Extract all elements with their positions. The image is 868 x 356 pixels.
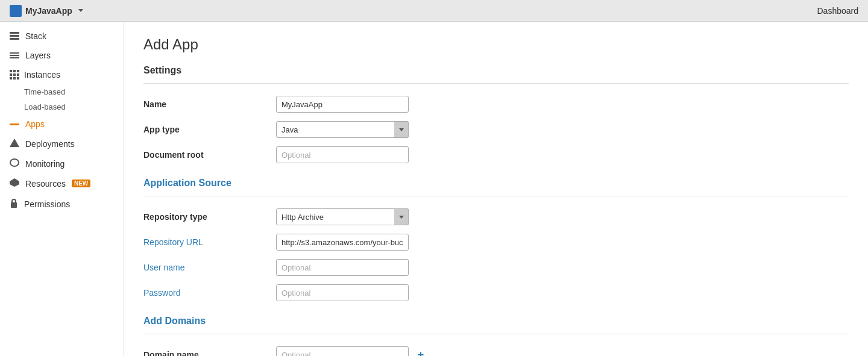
settings-divider bbox=[143, 83, 849, 84]
password-input[interactable] bbox=[276, 284, 409, 301]
domain-name-row: Domain name + bbox=[143, 346, 849, 356]
app-source-divider bbox=[143, 196, 849, 196]
svg-marker-3 bbox=[10, 139, 19, 147]
apps-icon bbox=[10, 123, 19, 125]
repo-url-input[interactable] bbox=[276, 234, 409, 251]
deployments-icon bbox=[10, 139, 19, 149]
document-root-row: Document root bbox=[143, 146, 849, 163]
resources-icon bbox=[10, 178, 19, 189]
password-label: Password bbox=[143, 288, 276, 298]
sidebar-item-stack[interactable]: Stack bbox=[0, 27, 124, 46]
sidebar-label-instances: Instances bbox=[24, 70, 60, 80]
document-root-label: Document root bbox=[143, 150, 276, 160]
repo-type-select[interactable]: Http Archive S3 Archive Git Subversion bbox=[276, 208, 409, 225]
add-domains-section: Add Domains Domain name + bbox=[143, 316, 849, 356]
stack-icon bbox=[10, 32, 19, 40]
name-label: Name bbox=[143, 99, 276, 109]
monitoring-icon bbox=[10, 158, 19, 169]
sidebar-item-time-based[interactable]: Time-based bbox=[0, 84, 124, 99]
sidebar: Stack Layers Instances Time-based Load-b… bbox=[0, 22, 124, 356]
settings-section-title: Settings bbox=[143, 65, 849, 76]
resources-new-badge: NEW bbox=[72, 180, 90, 187]
sidebar-item-deployments[interactable]: Deployments bbox=[0, 134, 124, 154]
svg-rect-1 bbox=[10, 35, 19, 37]
app-type-select-wrapper: Java PHP Rails Node.js Static bbox=[276, 121, 409, 138]
domain-name-input[interactable] bbox=[276, 346, 409, 356]
app-source-title: Application Source bbox=[143, 178, 849, 189]
sidebar-item-resources[interactable]: Resources NEW bbox=[0, 173, 124, 193]
add-domains-divider bbox=[143, 334, 849, 334]
sidebar-item-permissions[interactable]: Permissions bbox=[0, 193, 124, 214]
app-dropdown-icon[interactable] bbox=[78, 9, 83, 12]
svg-marker-5 bbox=[10, 178, 19, 187]
sidebar-label-deployments: Deployments bbox=[25, 139, 75, 149]
app-type-row: App type Java PHP Rails Node.js Static bbox=[143, 121, 849, 138]
sidebar-item-monitoring[interactable]: Monitoring bbox=[0, 154, 124, 173]
sidebar-label-monitoring: Monitoring bbox=[25, 159, 64, 169]
repo-type-select-wrapper: Http Archive S3 Archive Git Subversion bbox=[276, 208, 409, 225]
username-label: User name bbox=[143, 263, 276, 272]
app-type-select[interactable]: Java PHP Rails Node.js Static bbox=[276, 121, 409, 138]
sidebar-label-load-based: Load-based bbox=[24, 102, 66, 111]
sidebar-item-layers[interactable]: Layers bbox=[0, 46, 124, 65]
page-title: Add App bbox=[143, 36, 849, 53]
domain-name-label: Domain name bbox=[143, 350, 276, 356]
dashboard-link[interactable]: Dashboard bbox=[817, 6, 859, 16]
layers-icon bbox=[10, 52, 19, 58]
main-content: Add App Settings Name App type Java PHP … bbox=[124, 22, 868, 356]
repo-url-label: Repository URL bbox=[143, 237, 276, 247]
svg-rect-0 bbox=[10, 32, 19, 34]
repo-url-row: Repository URL bbox=[143, 234, 849, 251]
username-input[interactable] bbox=[276, 259, 409, 276]
username-row: User name bbox=[143, 259, 849, 276]
sidebar-label-layers: Layers bbox=[25, 51, 51, 60]
app-icon bbox=[10, 5, 22, 17]
sidebar-label-apps: Apps bbox=[25, 119, 45, 129]
add-domains-title: Add Domains bbox=[143, 316, 849, 326]
sidebar-item-instances[interactable]: Instances bbox=[0, 65, 124, 84]
svg-rect-2 bbox=[10, 38, 19, 40]
name-input[interactable] bbox=[276, 96, 409, 113]
layout: Stack Layers Instances Time-based Load-b… bbox=[0, 22, 868, 356]
document-root-input[interactable] bbox=[276, 146, 409, 163]
app-name-area[interactable]: MyJavaApp bbox=[10, 5, 83, 17]
top-nav: MyJavaApp Dashboard bbox=[0, 0, 868, 22]
app-source-section: Application Source Repository type Http … bbox=[143, 178, 849, 301]
sidebar-label-stack: Stack bbox=[25, 31, 46, 41]
sidebar-label-permissions: Permissions bbox=[24, 199, 70, 209]
permissions-icon bbox=[10, 198, 18, 210]
sidebar-label-resources: Resources bbox=[25, 179, 66, 189]
svg-point-4 bbox=[10, 159, 19, 166]
instances-icon bbox=[10, 70, 18, 80]
sidebar-label-time-based: Time-based bbox=[24, 87, 65, 96]
repo-type-label: Repository type bbox=[143, 212, 276, 222]
repo-type-row: Repository type Http Archive S3 Archive … bbox=[143, 208, 849, 225]
app-name-label: MyJavaApp bbox=[25, 6, 72, 16]
sidebar-item-apps[interactable]: Apps bbox=[0, 114, 124, 134]
add-domain-button[interactable]: + bbox=[414, 348, 428, 356]
settings-section: Settings Name App type Java PHP Rails No… bbox=[143, 65, 849, 163]
password-row: Password bbox=[143, 284, 849, 301]
sidebar-item-load-based[interactable]: Load-based bbox=[0, 99, 124, 114]
svg-rect-6 bbox=[11, 202, 17, 208]
name-row: Name bbox=[143, 96, 849, 113]
app-type-label: App type bbox=[143, 125, 276, 134]
